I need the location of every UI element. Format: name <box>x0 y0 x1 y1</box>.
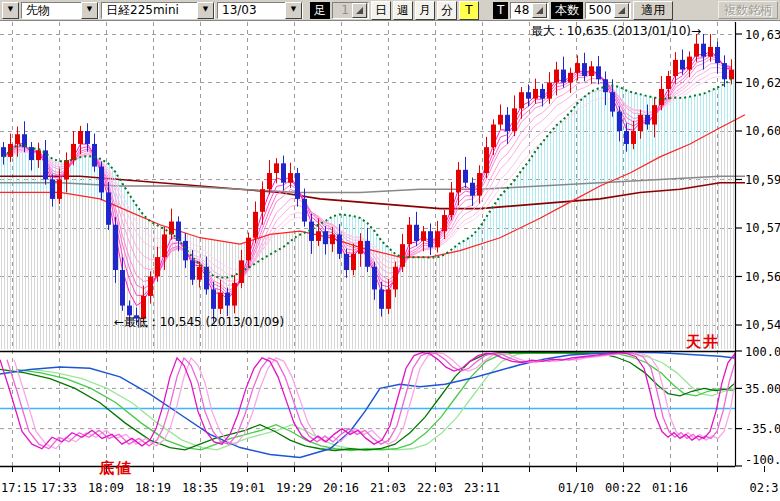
candle-body <box>652 105 657 124</box>
candle-body <box>1 147 6 157</box>
multi-symbol-button[interactable]: 複数銘柄 <box>718 1 778 19</box>
candle-body <box>722 63 727 79</box>
candle-body <box>414 225 419 241</box>
candle-body <box>561 70 566 83</box>
candlestick-chart[interactable]: 10,63510,62010,60510,59010,57510,56010,5… <box>0 0 780 501</box>
candle-body <box>386 289 391 308</box>
candle-body <box>29 147 34 160</box>
price-axis-label: 10,620 <box>745 76 780 90</box>
time-axis-label: 19:01 <box>229 481 265 495</box>
spinner-icon[interactable] <box>614 3 629 18</box>
candle-body <box>477 173 482 196</box>
candle-body <box>295 173 300 199</box>
candle-body <box>491 125 496 148</box>
interval-spinner[interactable]: 1 <box>332 2 369 19</box>
candle-body <box>260 189 265 212</box>
candle-body <box>218 293 223 309</box>
max-price-annotation: 最大 : 10,635 (2013/01/10)→ <box>531 23 701 40</box>
candle-body <box>442 215 447 231</box>
apply-button[interactable]: 適用 <box>633 1 673 20</box>
candle-body <box>316 231 321 241</box>
candle-body <box>148 276 153 295</box>
candle-body <box>85 131 90 144</box>
candle-body <box>197 267 202 280</box>
honsu-label: 本数 <box>551 2 583 19</box>
candle-body <box>71 144 76 160</box>
candle-body <box>253 212 258 238</box>
ashi-label: 足 <box>310 2 330 19</box>
time-axis-label: 17:15 <box>1 481 37 495</box>
spinner-icon[interactable] <box>352 3 367 18</box>
candle-body <box>666 76 671 89</box>
candle-body <box>470 183 475 196</box>
market-select[interactable]: 先物 ▼ <box>21 2 99 19</box>
candle-body <box>533 89 538 99</box>
symbol-select[interactable]: 日経225mini ▼ <box>101 2 215 19</box>
candle-body <box>498 115 503 125</box>
candle-body <box>274 163 279 173</box>
candle-body <box>547 82 552 98</box>
candle-body <box>456 170 461 193</box>
price-axis-label: 10,575 <box>745 221 780 235</box>
min-price-annotation: ←最低 : 10,545 (2013/01/09) <box>114 314 284 331</box>
contract-month-select[interactable]: 13/03 ▼ <box>217 2 303 19</box>
candle-body <box>365 241 370 267</box>
time-axis-label: 18:35 <box>182 481 218 495</box>
candle-body <box>687 57 692 70</box>
candle-body <box>638 115 643 131</box>
candle-body <box>78 131 83 144</box>
candle-body <box>120 270 125 306</box>
candle-body <box>323 231 328 244</box>
time-axis-label: 17:33 <box>41 481 77 495</box>
period-day-button[interactable]: 日 <box>371 1 391 20</box>
time-axis-label: 00:22 <box>605 481 641 495</box>
candle-body <box>92 144 97 167</box>
ceiling-label: 天井 <box>686 333 720 352</box>
candle-body <box>694 44 699 57</box>
candle-body <box>211 289 216 308</box>
candle-body <box>610 92 615 111</box>
osc-magenta-line <box>7 353 735 449</box>
candle-body <box>351 254 356 270</box>
candle-body <box>302 199 307 222</box>
chevron-down-icon[interactable]: ▼ <box>197 2 214 19</box>
candle-body <box>589 66 594 76</box>
candle-body <box>57 179 62 198</box>
candle-body <box>624 131 629 144</box>
bars-spinner[interactable]: 48 <box>510 2 549 19</box>
candle-body <box>155 257 160 276</box>
candle-body <box>582 63 587 76</box>
candle-body <box>701 44 706 57</box>
time-axis-label: 19:29 <box>276 481 312 495</box>
candle-body <box>631 131 636 144</box>
candle-body <box>8 144 13 157</box>
period-tick-button[interactable]: T <box>459 1 479 20</box>
candle-body <box>190 260 195 279</box>
left-combo-chevron-down-icon[interactable]: ▼ <box>2 2 19 19</box>
candle-body <box>729 70 734 80</box>
toolbar: ▼ 先物 ▼ 日経225mini ▼ 13/03 ▼ 足 1 日 週 月 分 T… <box>0 0 780 21</box>
candle-body <box>106 192 111 224</box>
candle-body <box>407 225 412 244</box>
candle-body <box>568 73 573 83</box>
price-axis-label: 10,635 <box>745 28 780 42</box>
chevron-down-icon[interactable]: ▼ <box>81 2 98 19</box>
candle-body <box>344 254 349 270</box>
candle-body <box>673 60 678 76</box>
period-week-button[interactable]: 週 <box>393 1 413 20</box>
period-minute-button[interactable]: 分 <box>437 1 457 20</box>
spinner-icon[interactable] <box>532 3 547 18</box>
chevron-down-icon[interactable]: ▼ <box>285 2 302 19</box>
candle-body <box>554 70 559 83</box>
candle-body <box>330 234 335 244</box>
market-select-value: 先物 <box>22 2 81 19</box>
period-month-button[interactable]: 月 <box>415 1 435 20</box>
time-axis-label: 01:16 <box>652 481 688 495</box>
count-spinner[interactable]: 500 <box>585 2 631 19</box>
candle-body <box>526 92 531 98</box>
chart-window: ▼ 先物 ▼ 日経225mini ▼ 13/03 ▼ 足 1 日 週 月 分 T… <box>0 0 780 501</box>
candle-body <box>225 293 230 306</box>
candle-body <box>400 244 405 267</box>
candle-body <box>484 147 489 173</box>
time-axis-label: 23:11 <box>464 481 500 495</box>
